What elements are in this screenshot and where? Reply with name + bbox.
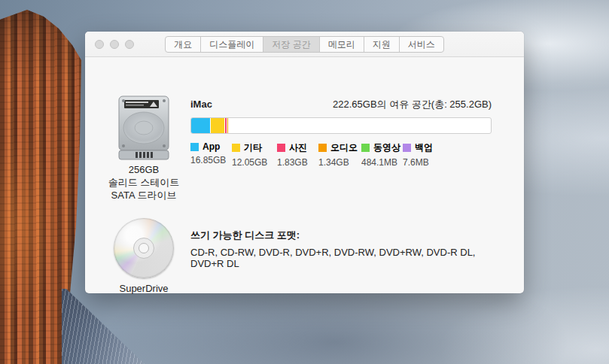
legend-color-chip-photos [277,144,285,152]
disc-center-hole [139,243,149,253]
legend-value-other: 12.05GB [232,157,277,168]
legend-label-movies: 동영상 [373,141,400,154]
tab-service[interactable]: 서비스 [399,37,443,52]
legend-value-movies: 484.1MB [361,157,403,168]
legend-label-backups: 백업 [415,141,433,154]
tab-bar: 개요디스플레이저장 공간메모리지원서비스 [85,36,524,53]
internal-drive-caption: 256GB 솔리드 스테이트 SATA 드라이브 [108,163,180,202]
drive-caption-line: SATA 드라이브 [108,189,180,202]
storage-segment-backups [230,118,230,133]
legend-item-app: App16.85GB [190,141,232,168]
legend-value-app: 16.85GB [190,155,232,165]
storage-panel: 256GB 솔리드 스테이트 SATA 드라이브 iMac 222.65GB의 … [85,57,524,293]
free-space-text: 222.65GB의 여유 공간(총: 255.2GB) [333,98,492,111]
wallpaper-mountain-slope [62,289,152,364]
legend-value-audio: 1.34GB [318,157,361,168]
hard-drive-icon [116,95,172,161]
tab-segmented-control: 개요디스플레이저장 공간메모리지원서비스 [165,36,443,53]
storage-legend: App16.85GB기타12.05GB사진1.83GB오디오1.34GB동영상4… [190,141,492,168]
legend-item-movies: 동영상484.1MB [361,141,403,168]
legend-color-chip-other [232,144,240,152]
legend-label-photos: 사진 [289,141,307,154]
legend-label-app: App [202,141,220,152]
legend-item-other: 기타12.05GB [232,141,277,168]
storage-segment-other [211,118,225,133]
legend-item-audio: 오디오1.34GB [318,141,361,168]
desktop-background: 개요디스플레이저장 공간메모리지원서비스 [0,0,609,364]
tab-memory[interactable]: 메모리 [319,37,364,52]
legend-color-chip-app [190,143,199,151]
legend-value-backups: 7.6MB [403,157,437,168]
legend-label-audio: 오디오 [330,141,358,154]
writable-formats-list: CD-R, CD-RW, DVD-R, DVD+R, DVD-RW, DVD+R… [190,247,492,269]
storage-segment-app [191,118,211,133]
legend-value-photos: 1.83GB [277,157,318,168]
tab-overview[interactable]: 개요 [166,37,200,52]
writable-formats-title: 쓰기 가능한 디스크 포맷: [190,229,492,242]
legend-label-other: 기타 [244,141,262,154]
device-name: iMac [190,99,212,110]
legend-color-chip-audio [318,144,327,152]
superdrive-icon-block: SuperDrive [105,218,183,294]
window-titlebar[interactable]: 개요디스플레이저장 공간메모리지원서비스 [85,32,524,57]
legend-item-backups: 백업7.6MB [403,141,437,168]
drive-caption-line: 256GB [108,163,180,176]
legend-color-chip-backups [403,144,411,152]
tab-displays[interactable]: 디스플레이 [200,37,263,52]
storage-usage-bar [190,117,492,134]
legend-item-photos: 사진1.83GB [277,141,318,168]
superdrive-disc-icon [114,218,174,278]
drive-caption-line: 솔리드 스테이트 [108,176,180,189]
internal-drive-icon-block: 256GB 솔리드 스테이트 SATA 드라이브 [108,95,180,202]
superdrive-name: SuperDrive [105,283,183,294]
about-this-mac-window: 개요디스플레이저장 공간메모리지원서비스 [85,32,524,293]
drive-header-row: iMac 222.65GB의 여유 공간(총: 255.2GB) [190,98,492,111]
tab-storage[interactable]: 저장 공간 [263,37,318,52]
tab-support[interactable]: 지원 [364,37,399,52]
legend-color-chip-movies [361,144,370,152]
